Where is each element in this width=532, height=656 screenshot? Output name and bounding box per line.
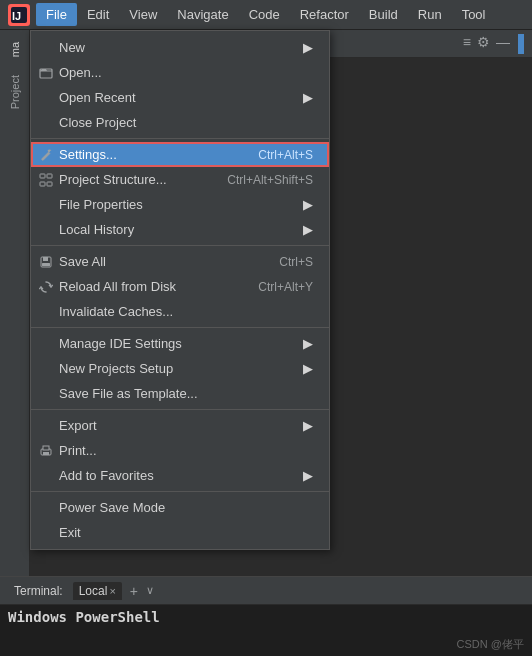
submenu-arrow-new: ▶	[293, 40, 313, 55]
reload-icon	[37, 280, 55, 294]
menu-refactor[interactable]: Refactor	[290, 3, 359, 26]
menu-item-new[interactable]: New ▶	[31, 35, 329, 60]
svg-rect-13	[43, 452, 49, 455]
svg-rect-12	[43, 446, 49, 450]
menu-run[interactable]: Run	[408, 3, 452, 26]
terminal-area: Terminal: Local × + ∨ Windows PowerShell…	[0, 576, 532, 656]
menu-file[interactable]: File	[36, 3, 77, 26]
terminal-dropdown-arrow[interactable]: ∨	[146, 584, 154, 597]
menu-item-file-properties[interactable]: File Properties ▶	[31, 192, 329, 217]
svg-rect-9	[43, 257, 48, 261]
file-menu-dropdown: New ▶ Open... Open Recent ▶	[30, 30, 330, 550]
separator-2	[31, 245, 329, 246]
title-bar: IJ File Edit View Navigate Code Refactor…	[0, 0, 532, 30]
watermark: CSDN @佬平	[457, 637, 524, 652]
menu-item-project-structure[interactable]: Project Structure... Ctrl+Alt+Shift+S	[31, 167, 329, 192]
submenu-arrow-export: ▶	[293, 418, 313, 433]
menu-view[interactable]: View	[119, 3, 167, 26]
sidebar-item-project[interactable]: ma	[5, 34, 25, 65]
submenu-arrow-ide: ▶	[293, 336, 313, 351]
menu-item-reload[interactable]: Reload All from Disk Ctrl+Alt+Y	[31, 274, 329, 299]
menu-item-add-favorites[interactable]: Add to Favorites ▶	[31, 463, 329, 488]
terminal-content: Windows PowerShell	[0, 605, 532, 629]
menu-item-print[interactable]: Print...	[31, 438, 329, 463]
submenu-arrow-props: ▶	[293, 197, 313, 212]
terminal-tab-name: Local	[79, 584, 108, 598]
separator-5	[31, 491, 329, 492]
terminal-add-tab-button[interactable]: +	[126, 583, 142, 599]
sidebar-item-label[interactable]: Project	[5, 67, 25, 117]
menu-tools[interactable]: Tool	[452, 3, 496, 26]
menu-item-export[interactable]: Export ▶	[31, 413, 329, 438]
menu-item-settings[interactable]: Settings... Ctrl+Alt+S	[31, 142, 329, 167]
menu-item-close-project[interactable]: Close Project	[31, 110, 329, 135]
terminal-close-button[interactable]: ×	[109, 585, 115, 597]
settings-icon[interactable]: ≡	[463, 34, 471, 54]
svg-rect-5	[47, 174, 52, 178]
svg-rect-10	[42, 263, 50, 266]
separator-1	[31, 138, 329, 139]
submenu-arrow-newprojects: ▶	[293, 361, 313, 376]
separator-4	[31, 409, 329, 410]
sidebar: ma Project	[0, 30, 30, 576]
minimize-icon[interactable]: —	[496, 34, 510, 54]
separator-3	[31, 327, 329, 328]
menu-edit[interactable]: Edit	[77, 3, 119, 26]
menu-item-manage-ide[interactable]: Manage IDE Settings ▶	[31, 331, 329, 356]
menu-navigate[interactable]: Navigate	[167, 3, 238, 26]
terminal-tab-local[interactable]: Local ×	[73, 582, 122, 600]
project-structure-shortcut: Ctrl+Alt+Shift+S	[197, 173, 313, 187]
menu-item-new-projects[interactable]: New Projects Setup ▶	[31, 356, 329, 381]
header-icons: ≡ ⚙ —	[463, 34, 524, 54]
menu-bar: File Edit View Navigate Code Refactor Bu…	[36, 3, 495, 26]
save-icon	[37, 255, 55, 269]
terminal-tabs: Terminal: Local × + ∨	[0, 577, 532, 605]
svg-text:IJ: IJ	[12, 10, 21, 22]
reload-shortcut: Ctrl+Alt+Y	[228, 280, 313, 294]
menu-code[interactable]: Code	[239, 3, 290, 26]
structure-icon	[37, 173, 55, 187]
terminal-label: Terminal:	[8, 582, 69, 600]
content-area: roject ≡ ⚙ — 1 1 1 1 1 1 1 1 1 1 1 1 1 1	[30, 30, 532, 576]
menu-item-open-recent[interactable]: Open Recent ▶	[31, 85, 329, 110]
save-all-shortcut: Ctrl+S	[249, 255, 313, 269]
menu-item-exit[interactable]: Exit	[31, 520, 329, 545]
print-icon	[37, 444, 55, 458]
menu-build[interactable]: Build	[359, 3, 408, 26]
svg-rect-7	[47, 182, 52, 186]
main-area: ma Project roject ≡ ⚙ — 1 1 1 1 1 1 1 1	[0, 30, 532, 576]
svg-rect-6	[40, 182, 45, 186]
submenu-arrow-favorites: ▶	[293, 468, 313, 483]
settings-shortcut: Ctrl+Alt+S	[228, 148, 313, 162]
menu-item-save-template[interactable]: Save File as Template...	[31, 381, 329, 406]
menu-item-open[interactable]: Open...	[31, 60, 329, 85]
file-menu: New ▶ Open... Open Recent ▶	[30, 30, 330, 550]
menu-item-local-history[interactable]: Local History ▶	[31, 217, 329, 242]
wrench-icon	[37, 148, 55, 162]
submenu-arrow-history: ▶	[293, 222, 313, 237]
scroll-indicator	[518, 34, 524, 54]
submenu-arrow-recent: ▶	[293, 90, 313, 105]
menu-item-invalidate[interactable]: Invalidate Caches...	[31, 299, 329, 324]
menu-item-save-all[interactable]: Save All Ctrl+S	[31, 249, 329, 274]
menu-item-power-save[interactable]: Power Save Mode	[31, 495, 329, 520]
open-icon	[37, 66, 55, 80]
app-logo: IJ	[8, 4, 30, 26]
svg-rect-4	[40, 174, 45, 178]
gear-icon[interactable]: ⚙	[477, 34, 490, 54]
